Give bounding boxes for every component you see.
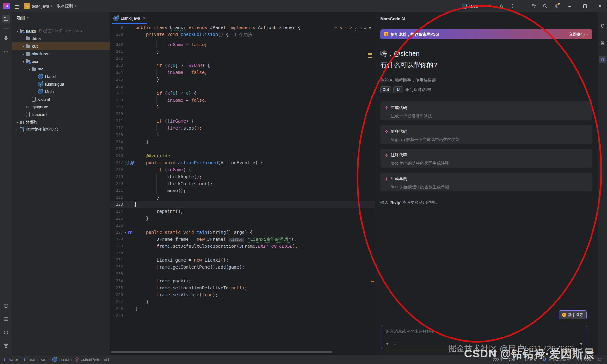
project-folder-icon[interactable] — [2, 15, 10, 23]
code-line[interactable]: 218if (inGame) { — [110, 166, 375, 173]
chat-input-box[interactable]: # — [381, 325, 587, 349]
run-icon[interactable] — [2, 301, 10, 310]
marscode-gutter-icon[interactable] — [130, 161, 134, 165]
code-line[interactable]: 210 — [110, 111, 375, 118]
tree-item-Lianxi[interactable]: CLianxi — [12, 73, 110, 80]
minimize-button[interactable]: – — [563, 0, 577, 12]
inspection-stripe-icon[interactable] — [368, 53, 372, 58]
chevron-down-icon[interactable]: ▾ — [21, 60, 26, 63]
tree-item-liushisigua[interactable]: Cliushisigua — [12, 80, 110, 88]
terminal-icon[interactable] — [2, 315, 10, 324]
chevron-right-icon[interactable]: ▸ — [15, 128, 20, 131]
suggestion-card[interactable]: 注释代码/doc 为当前选中的代码生成注释 — [380, 149, 592, 168]
code-line[interactable]: 239 — [110, 312, 375, 319]
structure-icon[interactable] — [2, 34, 10, 43]
tree-item-xixi.iml[interactable]: xixi.iml — [12, 95, 110, 103]
code-line[interactable]: 229frame.setDefaultCloseOperation(JFrame… — [110, 243, 375, 250]
marscode-gutter-icon[interactable] — [127, 231, 132, 234]
code-line[interactable]: 226 — [110, 222, 375, 229]
code-line[interactable]: 213} — [110, 131, 375, 138]
tree-item-.idea[interactable]: ▸.idea — [12, 35, 110, 42]
promo-banner[interactable]: 新年宠粉，推荐赢索尼PS5! 立即参与→ — [380, 29, 592, 39]
layout-icon[interactable] — [598, 357, 602, 362]
maximize-button[interactable] — [578, 0, 592, 12]
breadcrumb-item[interactable]: mactionPerformed — [75, 357, 109, 362]
code-line[interactable]: 234frame.pack(); — [110, 277, 375, 284]
git-icon[interactable] — [2, 341, 10, 350]
code-line[interactable]: 202 — [110, 55, 375, 62]
tree-item-Main[interactable]: CMain — [12, 88, 110, 95]
code-line[interactable]: 231Lianxi game = new Lianxi(); — [110, 257, 375, 264]
onboarding-button[interactable]: 新手引导 — [559, 310, 587, 319]
breadcrumb-item[interactable]: CLianxi — [52, 357, 69, 362]
run-configuration[interactable]: lianxi▾ — [459, 2, 484, 10]
horizontal-scrollbar[interactable] — [111, 351, 332, 353]
code-line[interactable]: 225} — [110, 215, 375, 222]
code-lines[interactable]: 200inGame = false;201}202203if (x[0] >= … — [110, 41, 375, 350]
chat-input[interactable] — [385, 329, 574, 334]
problems-icon[interactable] — [2, 328, 10, 337]
code-line[interactable]: 206 — [110, 83, 375, 90]
run-gutter-icon[interactable]: ▶ — [125, 229, 126, 236]
tree-item-xiaoliuren[interactable]: ▸xiaoliuren — [12, 50, 110, 58]
tree-item-out[interactable]: ▸out — [12, 42, 110, 50]
code-line[interactable]: 208inGame = false; — [110, 97, 375, 104]
code-line[interactable]: 205} — [110, 76, 375, 83]
main-menu-icon[interactable] — [15, 4, 19, 9]
code-line[interactable]: 230 — [110, 250, 375, 257]
search-icon[interactable] — [540, 2, 550, 10]
status-segment[interactable]: 4 个空格 — [577, 357, 591, 362]
suggestion-card[interactable]: 生成代码生成一个冒泡排序算法 — [380, 101, 592, 120]
chevron-down-icon[interactable]: ▾ — [15, 29, 20, 33]
banner-action[interactable]: 立即参与→ — [569, 32, 589, 37]
code-line[interactable]: 203if (x[0] >= WIDTH) { — [110, 62, 375, 69]
code-line[interactable]: 224repaint(); — [110, 208, 375, 215]
database-icon[interactable] — [598, 39, 607, 47]
code-line[interactable]: 235frame.setLocationRelativeTo(null); — [110, 284, 375, 291]
code-editor[interactable]: C Lianxi.java × ⚠ 5 ⚠ 2 ✓ 3 9public clas… — [110, 12, 375, 355]
chevron-right-icon[interactable]: ▸ — [15, 120, 20, 124]
breadcrumb-item[interactable]: xixi — [24, 357, 35, 362]
code-line[interactable]: 200inGame = false; — [110, 41, 375, 48]
vcs-menu[interactable]: 版本控制 ▾ — [57, 3, 76, 9]
close-window-button[interactable]: × — [593, 0, 607, 12]
breadcrumb-item[interactable]: lianxi — [4, 357, 18, 362]
prev-problem-icon[interactable] — [364, 27, 366, 29]
inspections-widget[interactable]: ⚠ 5 ⚠ 2 ✓ 3 — [334, 26, 371, 30]
code-line[interactable]: 216@Override — [110, 152, 375, 159]
code-line[interactable]: 236frame.setVisible(true); — [110, 291, 375, 298]
code-line[interactable]: 214} — [110, 138, 375, 145]
next-problem-icon[interactable] — [369, 27, 371, 29]
code-line[interactable]: 237} — [110, 298, 375, 305]
code-line[interactable]: 222} — [110, 194, 375, 201]
code-line[interactable]: 188private void checkCollision() { 1 个用法 — [110, 31, 375, 38]
chevron-right-icon[interactable]: ▸ — [21, 37, 26, 40]
code-line[interactable]: 232frame.getContentPane().add(game); — [110, 264, 375, 270]
tree-item-.gitignore[interactable]: ∅.gitignore — [12, 103, 110, 111]
code-line[interactable]: 212timer.stop(); — [110, 124, 375, 131]
code-line[interactable]: 219checkApple(); — [110, 173, 375, 180]
code-line[interactable]: 209} — [110, 104, 375, 111]
sparkle-icon[interactable] — [385, 342, 389, 346]
chevron-down-icon[interactable]: ▾ — [27, 16, 29, 20]
suggestion-card[interactable]: 解释代码/explain 解释一下当前选中函数的功能 — [380, 125, 592, 144]
tree-item-lianxi.iml[interactable]: lianxi.iml — [12, 111, 110, 118]
status-segment[interactable]: MarsCode AI — [542, 357, 570, 362]
tree-item-xixi[interactable]: ▾xixi — [12, 58, 110, 65]
add-user-icon[interactable] — [529, 2, 539, 10]
status-segment[interactable]: 223:1 — [493, 357, 502, 362]
chevron-right-icon[interactable]: ▸ — [21, 52, 26, 56]
code-line[interactable]: 228JFrame frame = new JFrame( title: "Li… — [110, 236, 375, 243]
chevron-down-icon[interactable]: ▾ — [27, 67, 32, 71]
bell-icon[interactable] — [598, 21, 607, 30]
code-line[interactable]: 211if (!inGame) { — [110, 118, 375, 124]
tree-item-lianxi[interactable]: ▾lianxiD:\桌面\IdeaProjects\lianxi — [12, 27, 110, 35]
tree-item-[interactable]: ▸临时文件和控制台 — [12, 126, 110, 133]
send-icon[interactable] — [578, 342, 583, 346]
chevron-right-icon[interactable]: ▸ — [21, 45, 26, 48]
marscode-tool-icon[interactable] — [599, 56, 606, 63]
status-segment[interactable]: CRLF — [509, 357, 518, 362]
code-line[interactable]: 215 — [110, 145, 375, 152]
suggestion-card[interactable]: 生成单测/test 为当前选中的函数生成单测 — [380, 173, 592, 191]
tab-lianxi-java[interactable]: C Lianxi.java × — [110, 12, 149, 24]
